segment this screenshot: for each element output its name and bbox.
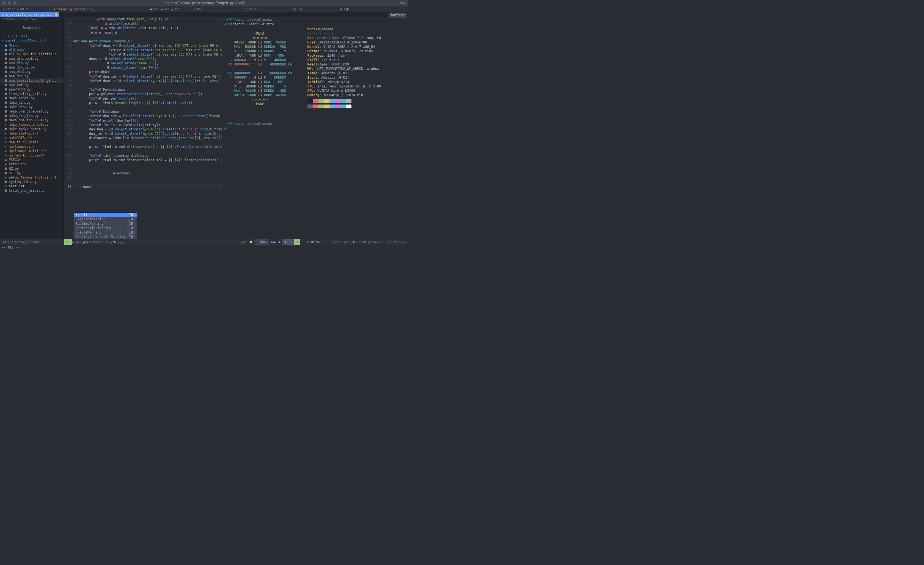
tree-item[interactable]: ▸setup_lammps_include_chl: [0, 175, 63, 180]
tree-item[interactable]: ⬢ana_persistence_length.p: [0, 78, 63, 83]
python-icon: ⬢: [250, 240, 252, 244]
sl-lines: 64/64: [269, 239, 282, 245]
tree-item[interactable]: ▸■Misc/: [0, 43, 63, 48]
py-icon: ⬢: [4, 92, 8, 96]
sl-filename: ana_persistence_length.py[+]: [74, 239, 129, 245]
py-icon: ⬢: [4, 57, 8, 60]
py-icon: ⬢: [4, 74, 8, 78]
py-icon: ⬢: [4, 61, 8, 65]
current-path[interactable]: /home/tanaka/CG/tools/: [0, 39, 63, 43]
tree-item[interactable]: ⬢line_notify_bot2.py: [0, 92, 63, 96]
completion-item[interactable]: DeprecationWarning[ID]: [74, 226, 136, 230]
tree-item[interactable]: ⬢make_dih2.py: [0, 105, 63, 109]
mem-sparkline: [261, 7, 289, 11]
tree-item[interactable]: ⬢ana_dih2.py: [0, 70, 63, 74]
tree-item[interactable]: ⬢make_mpdyn_param.py: [0, 127, 63, 131]
sl-terminal-label: TERMINAL: [304, 239, 323, 245]
py-icon: ⬢: [4, 114, 8, 118]
cpu-sparkline: [205, 7, 235, 11]
tree-item[interactable]: ⬢RZ.py: [0, 167, 63, 171]
sl-column: 5: [294, 239, 301, 245]
sh-icon: ▸: [4, 131, 8, 135]
py-icon: ⬢: [4, 79, 8, 83]
sl-filetype: pyt… ⬢: [239, 239, 255, 245]
cpu-usage: ▢ 9%: [192, 7, 237, 11]
tree-item[interactable]: ⬢make_angle.py: [0, 96, 63, 101]
sl-ln-label: ln :: [282, 239, 294, 245]
maximize-button[interactable]: [13, 2, 16, 5]
tree-item[interactable]: ⬢trial_and_error.py: [0, 188, 63, 193]
top-statusbar: ◷ 11/12 2:58 PM ▭ TanaBook.og.apchem.n.a…: [0, 6, 408, 12]
sh-icon: ▸: [4, 123, 8, 126]
tree-item[interactable]: ▸psfcg.sh*: [0, 162, 63, 167]
tree-item[interactable]: ▸make_lammps_inputs.sh: [0, 122, 63, 127]
tree-item[interactable]: ⬢make_dih.py: [0, 101, 63, 105]
window-shortcut: ⌥⌘1: [400, 1, 405, 5]
text-icon: ≡: [4, 184, 8, 188]
py-icon: ⬢: [4, 167, 8, 171]
batt-sparkline: [307, 7, 334, 11]
window-title: ~/CG/tools/ana_persistence_length.py (ss…: [162, 1, 246, 5]
code-editor[interactable]: 2627282930313233343536373839404142434445…: [64, 17, 222, 239]
minimize-button[interactable]: [8, 2, 11, 5]
completion-item[interactable]: ResourceWarning[ID]: [74, 217, 136, 221]
tree-item[interactable]: ≡test.dat: [0, 184, 63, 188]
terminal-command: neofetch --ascii-distro: [228, 22, 274, 26]
py-icon: ⬢: [4, 83, 8, 87]
tree-item[interactable]: ⬢ana_dih.py: [0, 61, 63, 65]
autocomplete-popup[interactable]: readlines[ID]ResourceWarning[ID]RuntimeW…: [74, 212, 137, 239]
tree-item[interactable]: ≡PSFCG*: [0, 158, 63, 162]
py-icon: ⬢: [4, 105, 8, 109]
tree-item[interactable]: ⬢ana_dih.pep8.py: [0, 56, 63, 61]
terminal-pane[interactable]: ~/CG/tools tanaka@tanaka ❯ neofetch --as…: [222, 17, 408, 239]
tree-item[interactable]: ≡map_to_cg.perl*: [0, 140, 63, 144]
traffic-lights: [2, 2, 16, 5]
tab-active[interactable]: ana_persistence_length.py+⬢: [0, 12, 59, 17]
tree-item[interactable]: ▸mpilammps_multi.sh*: [0, 149, 63, 153]
terminal-prompt[interactable]: ❯: [224, 126, 226, 130]
sl-percent: ☰ 100%: [255, 239, 269, 245]
py-icon: ⬢: [4, 110, 8, 113]
tree-item[interactable]: ⬢anaPH-PH.py: [0, 87, 63, 92]
py-icon: ⬢: [4, 180, 8, 184]
tree-item[interactable]: ▸mpilammps.sh*: [0, 144, 63, 149]
tree-item[interactable]: ≡nu_map_to_cg.perl*: [0, 153, 63, 158]
py-icon: ⬢: [4, 101, 8, 105]
py-icon: ⬢: [4, 70, 8, 74]
completion-item[interactable]: FutureWarning[ID]: [74, 230, 136, 234]
hostname: ▭ TanaBook.og.apchem.n.a.j: [48, 8, 98, 11]
tree-item[interactable]: ⬢ana_dPP.py: [0, 74, 63, 78]
completion-item[interactable]: PendingDeprecationWarning[ID]: [74, 234, 136, 239]
completion-item[interactable]: readlines[ID]: [74, 213, 136, 217]
py-icon: ⬢: [4, 52, 8, 56]
tree-item[interactable]: ⬢all_nu_gen_top_elastic_n: [0, 52, 63, 56]
tree-item[interactable]: ⬢system_data.py: [0, 180, 63, 184]
tree-item[interactable]: ⬢RZ1.py: [0, 171, 63, 175]
nerdtree-help: " Press ? for help: [0, 17, 63, 21]
up-directory[interactable]: .. (up a dir): [0, 34, 63, 39]
ascii-logo: .. .PLTJ. <><><><> KKSSV' 4KKK LJ KKKL.'…: [224, 27, 302, 111]
tree-item[interactable]: ⬢make_dna_top_1004.py: [0, 118, 63, 122]
sl-shell-path: !/usr/local/bin/zsh [(tanaka) ~/CG/tools…: [329, 239, 408, 245]
ssh-indicator: ● ssh: [339, 8, 351, 11]
system-info: tanaka@tanaka-------------OS: CentOS Lin…: [308, 27, 381, 111]
sh-icon: ▸: [4, 162, 8, 166]
ssh-chain: ● ssh ◂ ssh ◂ zsh: [148, 8, 182, 11]
tree-item[interactable]: ▸■old_map/: [0, 48, 63, 52]
tree-item[interactable]: ⬢ana_dih.py.bk: [0, 65, 63, 70]
clock: ◷ 11/12 2:58 PM: [1, 8, 31, 11]
tree-item[interactable]: ▸makeDATA.sh*: [0, 135, 63, 140]
tree-item[interactable]: ⬢ana_pmf.py: [0, 83, 63, 87]
tree-item[interactable]: ⬢make_dna_dihedral.py: [0, 109, 63, 114]
buffers-label[interactable]: buffers: [388, 13, 407, 18]
dir-icon: ■: [4, 48, 8, 52]
tree-item[interactable]: ⬢make_dna_top.py: [0, 114, 63, 118]
tree-item[interactable]: ▸make_smdtry.sh*: [0, 131, 63, 135]
completion-item[interactable]: RuntimeWarning[ID]: [74, 221, 136, 226]
code-lines[interactable]: with open("out.temp.psf", "w") as w: w.w…: [73, 17, 222, 239]
file-tree-sidebar[interactable]: " Press ? for help ---------Bookmarks---…: [0, 17, 64, 239]
bottom-statusline: /home/tanaka/CG/tools I… ▶ ana_persisten…: [0, 239, 408, 245]
memory-usage: ▯▯ 13 GB: [242, 7, 290, 11]
close-button[interactable]: [2, 2, 6, 5]
main-layout: " Press ? for help ---------Bookmarks---…: [0, 17, 408, 239]
